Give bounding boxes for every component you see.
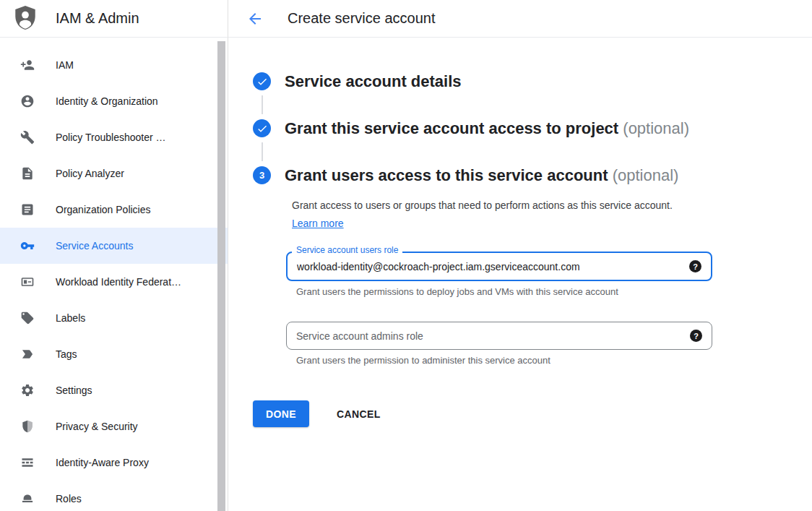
page-title: Create service account — [288, 10, 436, 27]
sidebar-item-label: Identity-Aware Proxy — [56, 457, 149, 468]
sidebar-item-identity-aware-proxy[interactable]: Identity-Aware Proxy — [0, 445, 228, 481]
wizard-actions: DONE CANCEL — [253, 400, 812, 427]
sidebar-item-settings[interactable]: Settings — [0, 372, 228, 408]
step-1-row: Service account details — [253, 71, 812, 92]
step-1-title: Service account details — [285, 71, 462, 92]
sidebar-item-tags[interactable]: Tags — [0, 336, 228, 372]
step-3-description: Grant access to users or groups that nee… — [286, 197, 691, 233]
sidebar-item-label: Service Accounts — [56, 240, 133, 252]
step-2-complete-check-icon — [253, 119, 271, 137]
step-3-optional-label: (optional) — [613, 166, 679, 184]
sidebar-header: IAM & Admin — [0, 0, 228, 38]
label-tag-icon — [20, 311, 35, 325]
sidebar-item-privacy-security[interactable]: Privacy & Security — [0, 408, 228, 445]
shield-icon — [20, 419, 35, 434]
admins-role-input[interactable] — [296, 330, 683, 342]
sidebar-item-workload-identity-federation[interactable]: Workload Identity Federat… — [0, 264, 228, 300]
step-3-number-badge: 3 — [253, 166, 271, 184]
account-circle-icon — [20, 94, 35, 108]
step-2-optional-label: (optional) — [623, 119, 689, 137]
sidebar-item-label: Roles — [56, 493, 82, 504]
roles-hat-icon — [20, 491, 35, 506]
back-arrow-icon[interactable] — [246, 10, 264, 27]
sidebar-item-organization-policies[interactable]: Organization Policies — [0, 192, 228, 228]
step-3-row: 3 Grant users access to this service acc… — [253, 165, 812, 186]
proxy-grid-icon — [20, 455, 35, 470]
sidebar-item-label: Policy Troubleshooter … — [56, 132, 166, 143]
users-role-field-label: Service account users role — [292, 245, 402, 255]
step-2-title: Grant this service account access to pro… — [285, 118, 689, 139]
iam-admin-app: IAM & Admin Create service account IAM — [0, 0, 812, 511]
sidebar-item-identity-organization[interactable]: Identity & Organization — [0, 83, 228, 119]
page-header: Create service account — [228, 0, 812, 38]
step-1-complete-check-icon — [253, 72, 271, 90]
sidebar-item-label: Tags — [56, 348, 77, 360]
sidebar-item-policy-troubleshooter[interactable]: Policy Troubleshooter … — [0, 119, 228, 155]
learn-more-link[interactable]: Learn more — [292, 218, 344, 229]
sidebar-item-label: Identity & Organization — [56, 95, 158, 107]
users-role-helper-text: Grant users the permissions to deploy jo… — [296, 286, 712, 297]
sidebar-item-roles[interactable]: Roles — [0, 481, 228, 511]
users-role-field-box: ? — [286, 252, 712, 281]
users-role-input[interactable] — [297, 261, 682, 272]
sidebar-item-label: Policy Analyzer — [56, 168, 124, 179]
step-3-title: Grant users access to this service accou… — [285, 165, 678, 186]
admins-role-helper-text: Grant users the permission to administer… — [296, 355, 712, 366]
top-header: IAM & Admin Create service account — [0, 0, 812, 38]
wrench-icon — [20, 130, 35, 145]
cancel-button[interactable]: CANCEL — [331, 400, 386, 427]
sidebar-nav: IAM Identity & Organization Policy Troub… — [0, 38, 228, 511]
sidebar-item-label: Labels — [56, 312, 85, 324]
sidebar-item-label: IAM — [56, 59, 74, 71]
service-account-key-icon — [20, 239, 35, 253]
sidebar-item-policy-analyzer[interactable]: Policy Analyzer — [0, 155, 228, 192]
sidebar-item-label: Workload Identity Federat… — [56, 276, 181, 288]
document-gear-icon — [20, 166, 35, 181]
step-connector — [262, 95, 263, 114]
create-service-account-wizard: Service account details Grant this servi… — [228, 38, 812, 511]
admins-role-help-icon[interactable]: ? — [690, 330, 702, 342]
admins-role-field-group: ? Grant users the permission to administ… — [286, 322, 712, 366]
step-2-row: Grant this service account access to pro… — [253, 118, 812, 139]
admins-role-field-box: ? — [286, 322, 712, 350]
sidebar-item-service-accounts[interactable]: Service Accounts — [0, 228, 228, 264]
sidebar-item-labels[interactable]: Labels — [0, 300, 228, 336]
done-button[interactable]: DONE — [253, 400, 309, 427]
article-icon — [20, 202, 35, 217]
sidebar-item-label: Privacy & Security — [56, 421, 138, 432]
sidebar-scrollbar-thumb[interactable] — [217, 41, 225, 511]
iam-shield-logo-icon — [13, 5, 39, 33]
users-role-field-group: Service account users role ? Grant users… — [286, 252, 712, 297]
users-role-help-icon[interactable]: ? — [689, 260, 701, 272]
id-card-icon — [20, 275, 35, 289]
person-add-icon — [20, 58, 35, 72]
sidebar-item-label: Settings — [56, 385, 92, 396]
step-connector — [262, 142, 263, 161]
tag-arrow-icon — [20, 347, 35, 361]
gear-icon — [20, 383, 35, 398]
sidebar-item-label: Organization Policies — [56, 204, 151, 215]
product-name: IAM & Admin — [56, 10, 139, 27]
sidebar-item-iam[interactable]: IAM — [0, 47, 228, 83]
